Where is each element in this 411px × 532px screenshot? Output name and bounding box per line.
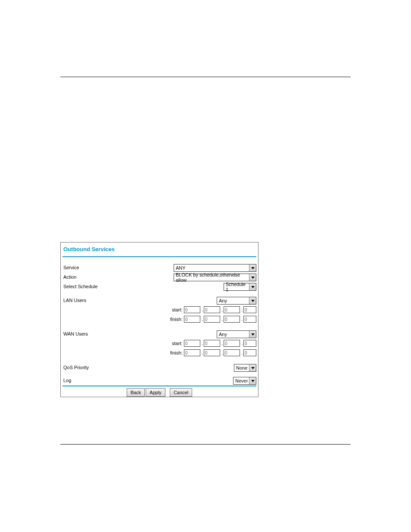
chevron-down-icon bbox=[249, 331, 256, 338]
label-log: Log bbox=[63, 378, 71, 383]
label-action: Action bbox=[63, 274, 77, 280]
wan-finish-octet-2[interactable]: 0 bbox=[204, 349, 220, 356]
log-select-value: Never bbox=[235, 378, 248, 383]
label-lan-start: start: bbox=[172, 307, 182, 312]
lan-start-octet-3[interactable]: 0 bbox=[224, 306, 240, 313]
lan-finish-octet-2[interactable]: 0 bbox=[204, 316, 220, 323]
divider-bottom bbox=[62, 386, 256, 386]
wan-start-octet-3[interactable]: 0 bbox=[224, 340, 240, 347]
page: Outbound Services Service ANY Action BLO… bbox=[0, 0, 411, 532]
schedule-select-value: Schedule 1 bbox=[226, 282, 248, 292]
button-row: Back Apply Cancel bbox=[61, 388, 258, 397]
chevron-down-icon bbox=[249, 377, 256, 384]
label-qos-priority: QoS Priority bbox=[63, 365, 89, 370]
divider-top bbox=[62, 256, 256, 257]
wan-users-select-value: Any bbox=[219, 332, 227, 337]
apply-button[interactable]: Apply bbox=[146, 388, 165, 397]
lan-start-octet-1[interactable]: 0 bbox=[184, 306, 200, 313]
action-select-value: BLOCK by schedule,otherwise allow bbox=[176, 272, 248, 283]
qos-priority-select[interactable]: None bbox=[234, 364, 256, 372]
outbound-services-panel: Outbound Services Service ANY Action BLO… bbox=[60, 242, 258, 397]
cancel-button[interactable]: Cancel bbox=[170, 388, 192, 397]
wan-start-octet-1[interactable]: 0 bbox=[184, 340, 200, 347]
back-button[interactable]: Back bbox=[127, 388, 145, 397]
lan-finish-octet-4[interactable]: 0 bbox=[243, 316, 256, 323]
chevron-down-icon bbox=[249, 274, 256, 281]
service-select[interactable]: ANY bbox=[174, 264, 256, 272]
label-lan-finish: finish: bbox=[170, 317, 183, 322]
wan-finish-octet-4[interactable]: 0 bbox=[243, 349, 256, 356]
label-lan-users: LAN Users bbox=[63, 298, 86, 303]
panel-title: Outbound Services bbox=[63, 246, 115, 252]
qos-priority-select-value: None bbox=[236, 365, 247, 370]
lan-users-select[interactable]: Any bbox=[217, 297, 256, 305]
service-select-value: ANY bbox=[176, 265, 186, 271]
wan-finish-octet-1[interactable]: 0 bbox=[184, 349, 200, 356]
lan-finish-octet-1[interactable]: 0 bbox=[184, 316, 200, 323]
chevron-down-icon bbox=[249, 364, 256, 371]
lan-users-select-value: Any bbox=[219, 298, 227, 303]
label-service: Service bbox=[63, 265, 79, 270]
top-horizontal-rule bbox=[60, 77, 351, 77]
action-select[interactable]: BLOCK by schedule,otherwise allow bbox=[174, 274, 256, 281]
bottom-horizontal-rule bbox=[60, 444, 351, 445]
label-wan-users: WAN Users bbox=[63, 331, 88, 336]
chevron-down-icon bbox=[249, 264, 256, 271]
lan-finish-octet-3[interactable]: 0 bbox=[224, 316, 240, 323]
wan-finish-octet-3[interactable]: 0 bbox=[224, 349, 240, 356]
label-select-schedule: Select Schedule bbox=[63, 284, 98, 289]
lan-start-octet-2[interactable]: 0 bbox=[204, 306, 220, 313]
log-select[interactable]: Never bbox=[233, 377, 256, 385]
chevron-down-icon bbox=[249, 283, 256, 290]
lan-start-octet-4[interactable]: 0 bbox=[243, 306, 256, 313]
wan-users-select[interactable]: Any bbox=[217, 330, 256, 338]
wan-start-octet-4[interactable]: 0 bbox=[243, 340, 256, 347]
label-wan-start: start: bbox=[172, 341, 182, 346]
label-wan-finish: finish: bbox=[170, 350, 183, 355]
wan-start-octet-2[interactable]: 0 bbox=[204, 340, 220, 347]
schedule-select[interactable]: Schedule 1 bbox=[224, 283, 256, 291]
chevron-down-icon bbox=[249, 297, 256, 304]
